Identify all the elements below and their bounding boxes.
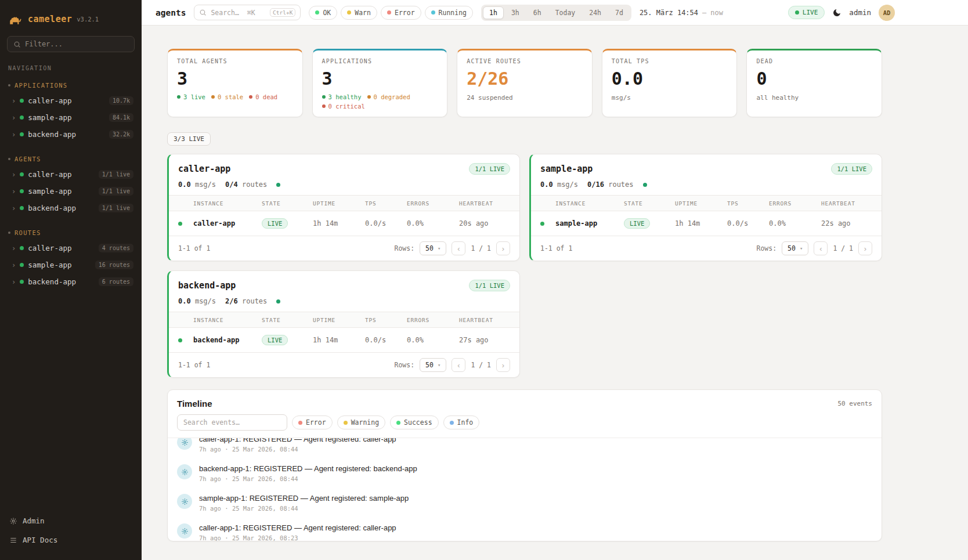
instance-row-sample-app[interactable]: sample-app LIVE 1h 14m 0.0/s 0.0% 22s ag… — [531, 211, 882, 236]
prev-page-button[interactable]: ‹ — [452, 358, 465, 372]
app-version: v3.2.1 — [77, 16, 99, 23]
main-area: agents Ctrl+K OK Warn Error — [142, 0, 968, 560]
time-range-1h[interactable]: 1h — [483, 6, 504, 19]
app-card-caller-app: caller-app 1/1 LIVE 0.0 msg/s 0/4 routes… — [167, 154, 520, 261]
sidebar-item-agent-backend-app[interactable]: › backend-app 1/1 live — [0, 200, 142, 216]
sidebar-item-route-backend-app[interactable]: › backend-app 6 routes — [0, 273, 142, 290]
chevron-right-icon: › — [12, 188, 16, 195]
sidebar-section-agents[interactable]: AGENTS — [0, 151, 142, 166]
live-badge: 1/1 LIVE — [469, 163, 510, 175]
state-badge: LIVE — [624, 218, 650, 229]
rows-per-page-select[interactable]: 50▾ — [420, 358, 446, 372]
sidebar-item-route-sample-app[interactable]: › sample-app 16 routes — [0, 256, 142, 273]
status-dot — [20, 206, 24, 210]
app-card-backend-app: backend-app 1/1 LIVE 0.0 msg/s 2/6 route… — [167, 270, 520, 378]
status-filter-ok[interactable]: OK — [309, 6, 337, 20]
success-dot-icon — [396, 421, 400, 425]
status-filter-error[interactable]: Error — [381, 6, 421, 20]
docs-list-icon — [9, 536, 17, 544]
section-marker-icon — [8, 232, 10, 234]
timeline-filter-success[interactable]: Success — [390, 416, 438, 429]
sidebar-item-api-docs[interactable]: API Docs — [0, 530, 142, 550]
status-filter-warn[interactable]: Warn — [341, 6, 377, 20]
sidebar-section-applications[interactable]: APPLICATIONS — [0, 77, 142, 92]
time-range-7d[interactable]: 7d — [609, 6, 630, 19]
timeline-event[interactable]: caller-app-1: REGISTERED — Agent registe… — [168, 438, 882, 458]
count-badge: 84.1k — [109, 113, 133, 122]
navigation-label: NAVIGATION — [0, 65, 142, 77]
status-filter-running[interactable]: Running — [425, 6, 473, 20]
status-dot — [20, 172, 24, 176]
time-range-today[interactable]: Today — [549, 6, 582, 19]
time-range-24h[interactable]: 24h — [583, 6, 608, 19]
timeline-filter-warning[interactable]: Warning — [337, 416, 385, 429]
status-filter-group: OK Warn Error Running — [309, 6, 473, 20]
degraded-dot-icon — [367, 95, 371, 99]
logo-row[interactable]: cameleer v3.2.1 — [0, 8, 142, 36]
next-page-button[interactable]: › — [858, 241, 872, 255]
global-search-input[interactable] — [211, 9, 266, 17]
page-indicator: 1 / 1 — [471, 244, 491, 252]
sidebar-item-route-caller-app[interactable]: › caller-app 4 routes — [0, 240, 142, 256]
sidebar-item-app-backend-app[interactable]: › backend-app 32.2k — [0, 126, 142, 143]
theme-toggle[interactable] — [832, 8, 841, 17]
warn-dot-icon — [347, 10, 351, 15]
chevron-right-icon: › — [12, 262, 16, 269]
prev-page-button[interactable]: ‹ — [452, 241, 465, 255]
sidebar-item-app-sample-app[interactable]: › sample-app 84.1k — [0, 109, 142, 126]
chevron-down-icon: ▾ — [438, 245, 440, 251]
page-indicator: 1 / 1 — [471, 361, 491, 369]
sidebar: cameleer v3.2.1 NAVIGATION APPLICATIONS … — [0, 0, 142, 560]
next-page-button[interactable]: › — [496, 241, 510, 255]
prev-page-button[interactable]: ‹ — [814, 241, 828, 255]
warning-dot-icon — [344, 421, 348, 425]
timeline-filter-error[interactable]: Error — [292, 416, 333, 429]
chevron-right-icon: › — [12, 279, 16, 286]
error-dot-icon — [298, 421, 302, 425]
search-shortcut-badge: Ctrl+K — [270, 8, 295, 17]
live-badge: 1/1 LIVE — [469, 280, 510, 291]
next-page-button[interactable]: › — [496, 358, 510, 372]
instance-row-caller-app[interactable]: caller-app LIVE 1h 14m 0.0/s 0.0% 20s ag… — [169, 211, 519, 236]
time-range-6h[interactable]: 6h — [527, 6, 548, 19]
stat-card-total-agents: TOTAL AGENTS 3 3 live 0 stale 0 dead — [167, 49, 303, 117]
live-dot-icon — [177, 95, 180, 99]
timeline-filter-info[interactable]: Info — [443, 416, 480, 429]
status-dot — [178, 222, 182, 226]
timeline-event[interactable]: backend-app-1: REGISTERED — Agent regist… — [168, 458, 882, 488]
timeline-event-count: 50 events — [837, 400, 872, 407]
status-dot — [20, 189, 24, 193]
user-avatar[interactable]: AD — [879, 5, 895, 21]
error-dot-icon — [387, 10, 391, 15]
instance-row-backend-app[interactable]: backend-app LIVE 1h 14m 0.0/s 0.0% 27s a… — [169, 328, 519, 352]
timeline-event[interactable]: caller-app-1: REGISTERED — Agent registe… — [168, 518, 882, 541]
section-marker-icon — [8, 158, 10, 160]
sidebar-item-agent-sample-app[interactable]: › sample-app 1/1 live — [0, 183, 142, 200]
time-range-3h[interactable]: 3h — [505, 6, 526, 19]
live-badge: 1/1 LIVE — [831, 163, 872, 175]
timeline-event-list[interactable]: caller-app-1: REGISTERED — Agent registe… — [168, 438, 882, 541]
sidebar-item-agent-caller-app[interactable]: › caller-app 1/1 live — [0, 166, 142, 183]
status-dot — [20, 280, 24, 284]
ok-dot-icon — [315, 10, 319, 15]
live-dot-icon — [795, 10, 799, 15]
chevron-down-icon: ▾ — [800, 245, 803, 251]
top-header: agents Ctrl+K OK Warn Error — [142, 0, 968, 26]
rows-per-page-select[interactable]: 50▾ — [782, 241, 808, 255]
stat-card-dead: DEAD 0 all healthy — [746, 49, 882, 117]
sidebar-item-app-caller-app[interactable]: › caller-app 10.7k — [0, 92, 142, 109]
sidebar-item-admin[interactable]: Admin — [0, 511, 142, 530]
gear-icon — [9, 517, 17, 525]
global-search[interactable]: Ctrl+K — [194, 5, 301, 20]
event-gear-icon — [177, 464, 192, 479]
sidebar-section-routes[interactable]: ROUTES — [0, 225, 142, 240]
sidebar-filter-input[interactable] — [25, 40, 128, 48]
page-title: agents — [156, 8, 186, 17]
date-range-display[interactable]: 25. März 14:54 — now — [640, 9, 723, 17]
section-label: APPLICATIONS — [15, 82, 67, 89]
chevron-right-icon: › — [12, 131, 16, 138]
timeline-search-input[interactable] — [177, 414, 287, 431]
rows-per-page-select[interactable]: 50▾ — [420, 241, 446, 255]
sidebar-filter-box[interactable] — [7, 36, 135, 52]
timeline-event[interactable]: sample-app-1: REGISTERED — Agent registe… — [168, 488, 882, 518]
